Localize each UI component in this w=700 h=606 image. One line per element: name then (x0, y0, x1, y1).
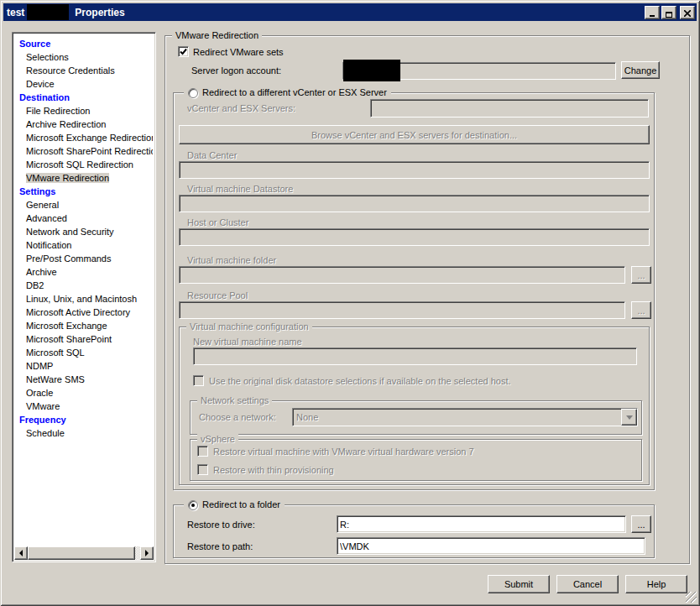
sidebar-item-label: Resource Credentials (26, 65, 115, 76)
restore-drive-browse-button[interactable]: ... (631, 515, 651, 533)
browse-vcenter-button: Browse vCenter and ESX servers for desti… (179, 125, 650, 144)
sidebar-item-label: Schedule (26, 428, 65, 438)
vm-configuration-group: Virtual machine configuration New virtua… (179, 327, 650, 485)
redirect-folder-radio[interactable] (188, 500, 198, 510)
sidebar-item-selections[interactable]: Selections (15, 50, 153, 64)
redirect-vmware-sets-checkbox[interactable] (178, 46, 189, 57)
sidebar-item-schedule[interactable]: Schedule (15, 426, 153, 440)
redirect-vmware-sets-label: Redirect VMware sets (193, 47, 284, 58)
chevron-down-icon (626, 415, 633, 420)
maximize-button[interactable] (661, 6, 676, 19)
sidebar-item-file-redirection[interactable]: File Redirection (15, 104, 153, 118)
sidebar-item-microsoft-exchange[interactable]: Microsoft Exchange (15, 319, 153, 332)
resource-pool-label: Resource Pool (187, 290, 248, 301)
host-cluster-label: Host or Cluster (187, 217, 248, 228)
change-button[interactable]: Change (621, 61, 660, 79)
minimize-button[interactable] (645, 6, 660, 19)
submit-button[interactable]: Submit (488, 575, 550, 593)
horizontal-scrollbar[interactable] (14, 546, 154, 560)
vm-configuration-title: Virtual machine configuration (186, 321, 312, 332)
sidebar-item-frequency[interactable]: Frequency (15, 413, 153, 426)
sidebar-item-general[interactable]: General (15, 198, 153, 212)
sidebar-item-microsoft-exchange-redirection[interactable]: Microsoft Exchange Redirection (15, 131, 153, 144)
resize-grip-icon[interactable] (686, 592, 697, 603)
sidebar-item-label: Network and Security (26, 227, 114, 237)
restore-drive-label: Restore to drive: (187, 520, 255, 530)
network-combobox: None (292, 408, 638, 426)
sidebar-item-label: Microsoft Exchange Redirection (26, 133, 153, 143)
sidebar-item-advanced[interactable]: Advanced (15, 212, 153, 225)
vm-folder-label: Virtual machine folder (187, 255, 276, 266)
sidebar-item-label: Archive (26, 267, 57, 277)
sidebar-item-network-and-security[interactable]: Network and Security (15, 225, 153, 238)
restore-thin-label: Restore with thin provisioning (213, 465, 334, 476)
window-title-suffix: Properties (75, 7, 124, 18)
sidebar-item-oracle[interactable]: Oracle (15, 386, 153, 400)
restore-thin-checkbox (197, 464, 208, 475)
redirect-folder-radio-label: Redirect to a folder (202, 499, 280, 511)
vsphere-title: vSphere (197, 433, 238, 445)
sidebar-item-linux-unix-and-macintosh[interactable]: Linux, Unix, and Macintosh (15, 292, 153, 306)
sidebar-item-resource-credentials[interactable]: Resource Credentials (15, 64, 153, 77)
sidebar-item-microsoft-sql-redirection[interactable]: Microsoft SQL Redirection (15, 158, 153, 171)
sidebar-item-microsoft-active-directory[interactable]: Microsoft Active Directory (15, 306, 153, 319)
restore-drive-field[interactable] (337, 515, 626, 533)
restore-hw7-checkbox (197, 446, 208, 457)
minimize-icon (650, 15, 655, 17)
scroll-right-button[interactable] (140, 546, 154, 560)
sidebar-item-label: Advanced (26, 213, 67, 223)
sidebar-item-label: Microsoft SQL Redirection (26, 159, 133, 170)
redirect-vcenter-caption: Redirect to a different vCenter or ESX S… (184, 86, 391, 99)
sidebar-item-ndmp[interactable]: NDMP (15, 359, 153, 373)
sidebar-item-label: Microsoft SharePoint Redirection (26, 146, 153, 156)
redirect-vcenter-radio-label: Redirect to a different vCenter or ESX S… (202, 86, 387, 99)
cancel-button[interactable]: Cancel (556, 575, 619, 593)
sidebar-item-label: Notification (26, 240, 71, 250)
sidebar-item-db2[interactable]: DB2 (15, 279, 153, 292)
network-combobox-value: None (293, 412, 621, 422)
restore-path-field[interactable] (337, 537, 645, 555)
scrollbar-thumb[interactable] (28, 546, 135, 560)
sidebar-item-label: General (26, 200, 59, 210)
close-button[interactable] (680, 6, 695, 19)
sidebar-item-label: Pre/Post Commands (26, 253, 111, 264)
sidebar-item-label: Archive Redirection (26, 119, 106, 129)
sidebar-item-label: DB2 (26, 280, 44, 290)
sidebar-item-pre-post-commands[interactable]: Pre/Post Commands (15, 252, 153, 265)
redirect-vcenter-radio[interactable] (188, 88, 198, 98)
left-arrow-icon (19, 550, 23, 556)
sidebar-item-microsoft-sharepoint[interactable]: Microsoft SharePoint (15, 332, 153, 346)
server-logon-label: Server logon account: (191, 65, 281, 76)
window-title-prefix: test (7, 7, 24, 18)
sidebar-item-microsoft-sharepoint-redirection[interactable]: Microsoft SharePoint Redirection (15, 144, 153, 158)
restore-drive-input[interactable] (337, 516, 625, 532)
help-button[interactable]: Help (625, 575, 687, 593)
sidebar-item-label: Source (19, 39, 50, 49)
sidebar-item-settings[interactable]: Settings (15, 185, 153, 198)
redirect-folder-group: Redirect to a folder Restore to drive: .… (173, 504, 655, 558)
sidebar-item-label: Frequency (19, 415, 66, 425)
sidebar-item-label: Microsoft Active Directory (26, 307, 130, 317)
sidebar-item-microsoft-sql[interactable]: Microsoft SQL (15, 346, 153, 359)
scroll-left-button[interactable] (14, 546, 28, 560)
sidebar-item-notification[interactable]: Notification (15, 238, 153, 252)
sidebar-item-label: Settings (19, 186, 55, 196)
vsphere-group: vSphere Restore virtual machine with VMw… (190, 439, 642, 481)
sidebar-item-destination[interactable]: Destination (15, 91, 153, 104)
sidebar-item-vmware[interactable]: VMware (15, 400, 153, 413)
sidebar-item-vmware-redirection[interactable]: VMware Redirection (15, 171, 153, 185)
sidebar-item-netware-sms[interactable]: NetWare SMS (15, 373, 153, 386)
sidebar-item-source[interactable]: Source (15, 37, 153, 50)
sidebar-item-archive[interactable]: Archive (15, 265, 153, 279)
sidebar-item-device[interactable]: Device (15, 77, 153, 91)
data-center-field (179, 161, 650, 179)
sidebar-item-label: NetWare SMS (26, 374, 85, 384)
redirect-folder-caption: Redirect to a folder (184, 499, 285, 511)
title-bar[interactable]: test Properties (3, 3, 697, 21)
settings-nav-listbox: SourceSelectionsResource CredentialsDevi… (12, 32, 156, 562)
sidebar-item-archive-redirection[interactable]: Archive Redirection (15, 118, 153, 131)
new-vm-name-label: New virtual machine name (193, 337, 302, 347)
sidebar-item-label: Microsoft Exchange (26, 321, 107, 331)
restore-path-input[interactable] (337, 538, 645, 554)
window-controls (643, 6, 695, 19)
